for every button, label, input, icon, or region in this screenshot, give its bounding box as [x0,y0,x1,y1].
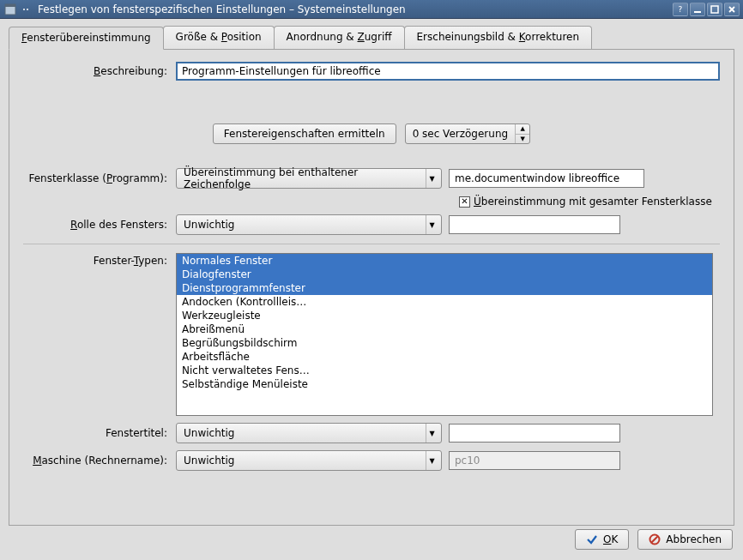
svg-point-3 [27,9,28,10]
window-class-match-value: Übereinstimmung bei enthaltener Zeichenf… [184,166,420,190]
titlebar: Festlegen von fensterspezifischen Einste… [0,0,743,19]
maximize-button[interactable] [707,3,722,16]
delay-spinbox[interactable]: 0 sec Verzögerung ▲ ▼ [405,123,531,144]
chevron-down-icon: ▼ [426,169,438,188]
svg-text:?: ? [679,5,683,14]
description-label: Beschreibung: [23,65,176,77]
tab-arrangement-access[interactable]: Anordnung & Zugriff [274,26,405,49]
window-type-item[interactable]: Arbeitsfläche [177,350,712,364]
dropdown-icon[interactable] [19,3,33,16]
window-type-item[interactable]: Selbständige Menüleiste [177,377,712,391]
tab-size-position[interactable]: Größe & Position [163,26,275,49]
dialog-button-bar: OK Abbrechen [575,529,733,550]
svg-rect-1 [5,4,15,7]
ok-icon [586,533,598,545]
window-title-label: Fenstertitel: [23,427,176,439]
window-types-label: Fenster-Typen: [23,253,176,267]
window-class-match-combo[interactable]: Übereinstimmung bei enthaltener Zeichenf… [176,168,442,189]
window-type-item[interactable]: Dienstprogrammfenster [177,281,712,295]
cancel-button[interactable]: Abbrechen [637,529,733,550]
chevron-down-icon: ▼ [426,215,438,234]
window-title-combo-value: Unwichtig [184,427,234,439]
tab-bar: Fensterübereinstimmung Größe & Position … [9,26,734,50]
delay-up[interactable]: ▲ [516,124,529,135]
window-title-combo[interactable]: Unwichtig ▼ [176,423,442,443]
window-types-listbox[interactable]: Normales FensterDialogfensterDienstprogr… [176,253,713,416]
window-role-combo-value: Unwichtig [184,219,234,231]
tab-window-matching[interactable]: Fensterübereinstimmung [9,27,164,50]
window-class-label: Fensterklasse (Programm): [23,172,176,184]
svg-point-2 [23,9,25,10]
tab-page-window-matching: Beschreibung: Fenstereigenschaften ermit… [9,50,734,526]
app-icon [3,3,17,16]
window-role-input[interactable] [449,215,620,234]
machine-label: Maschine (Rechnername): [23,455,176,467]
svg-line-10 [652,537,658,543]
delay-value: 0 sec Verzögerung [406,124,516,143]
checkbox-icon: ✕ [459,196,470,208]
window-role-label: Rolle des Fensters: [23,219,176,231]
window-class-input[interactable] [449,169,644,188]
window-type-item[interactable]: Normales Fenster [177,254,712,268]
description-input[interactable] [176,62,720,81]
detect-properties-button[interactable]: Fenstereigenschaften ermitteln [213,123,396,144]
window-title: Festlegen von fensterspezifischen Einste… [38,3,406,15]
machine-combo[interactable]: Unwichtig ▼ [176,450,442,471]
window-type-item[interactable]: Andocken (Kontrollleis… [177,295,712,309]
ok-button[interactable]: OK [575,529,629,550]
window-type-item[interactable]: Nicht verwaltetes Fens… [177,364,712,377]
chevron-down-icon: ▼ [426,451,438,470]
help-button[interactable]: ? [673,3,688,16]
window-type-item[interactable]: Werkzeugleiste [177,309,712,322]
machine-combo-value: Unwichtig [184,455,234,467]
window-role-combo[interactable]: Unwichtig ▼ [176,214,442,235]
tab-appearance-fixes[interactable]: Erscheinungsbild & Korrekturen [404,26,593,49]
window-type-item[interactable]: Begrüßungsbildschirm [177,336,712,350]
svg-rect-5 [694,11,701,13]
whole-class-checkbox[interactable]: ✕ Übereinstimmung mit gesamter Fensterkl… [457,196,712,208]
window-type-item[interactable]: Abreißmenü [177,322,712,336]
window-type-item[interactable]: Dialogfenster [177,268,712,281]
close-button[interactable] [724,3,740,16]
chevron-down-icon: ▼ [426,424,438,443]
delay-down[interactable]: ▼ [516,135,529,144]
machine-input [449,451,620,470]
svg-rect-6 [711,6,718,13]
separator [23,244,720,244]
window-title-input[interactable] [449,424,620,443]
cancel-icon [649,533,661,545]
minimize-button[interactable] [690,3,705,16]
